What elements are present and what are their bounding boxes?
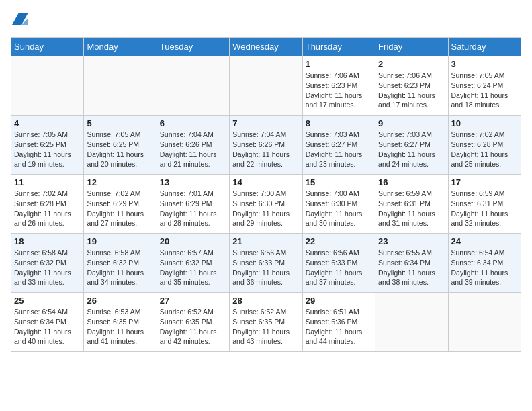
page-header — [11, 11, 521, 30]
calendar-day-header: Friday — [375, 38, 448, 56]
calendar-day-cell: 1Sunrise: 7:06 AM Sunset: 6:23 PM Daylig… — [302, 56, 375, 116]
day-number: 25 — [14, 295, 81, 306]
calendar-week-row: 1Sunrise: 7:06 AM Sunset: 6:23 PM Daylig… — [11, 56, 521, 116]
day-info: Sunrise: 6:58 AM Sunset: 6:32 PM Dayligh… — [87, 248, 153, 287]
day-info: Sunrise: 7:05 AM Sunset: 6:24 PM Dayligh… — [451, 71, 518, 110]
calendar-day-cell: 10Sunrise: 7:02 AM Sunset: 6:28 PM Dayli… — [448, 116, 521, 175]
day-info: Sunrise: 7:06 AM Sunset: 6:23 PM Dayligh… — [378, 71, 445, 110]
day-number: 20 — [160, 236, 226, 246]
day-info: Sunrise: 6:54 AM Sunset: 6:34 PM Dayligh… — [14, 307, 81, 347]
calendar-day-cell: 20Sunrise: 6:57 AM Sunset: 6:32 PM Dayli… — [157, 234, 229, 293]
day-number: 7 — [232, 118, 299, 128]
calendar-week-row: 4Sunrise: 7:05 AM Sunset: 6:25 PM Daylig… — [11, 116, 521, 175]
calendar-day-cell: 23Sunrise: 6:55 AM Sunset: 6:34 PM Dayli… — [375, 234, 448, 293]
day-info: Sunrise: 7:05 AM Sunset: 6:25 PM Dayligh… — [87, 130, 153, 169]
day-info: Sunrise: 7:04 AM Sunset: 6:26 PM Dayligh… — [232, 130, 299, 169]
calendar-day-header: Monday — [84, 38, 157, 56]
calendar-day-cell: 3Sunrise: 7:05 AM Sunset: 6:24 PM Daylig… — [448, 56, 521, 116]
day-number: 18 — [14, 236, 81, 246]
calendar-day-header: Sunday — [11, 38, 84, 56]
day-info: Sunrise: 7:06 AM Sunset: 6:23 PM Dayligh… — [306, 71, 372, 110]
day-number: 19 — [87, 236, 153, 246]
calendar-day-cell: 26Sunrise: 6:53 AM Sunset: 6:35 PM Dayli… — [84, 293, 157, 352]
calendar-day-cell: 17Sunrise: 6:59 AM Sunset: 6:31 PM Dayli… — [448, 175, 521, 234]
day-number: 9 — [378, 118, 445, 128]
calendar-table: SundayMondayTuesdayWednesdayThursdayFrid… — [11, 37, 521, 352]
day-info: Sunrise: 6:53 AM Sunset: 6:35 PM Dayligh… — [87, 307, 153, 347]
calendar-day-cell: 11Sunrise: 7:02 AM Sunset: 6:28 PM Dayli… — [11, 175, 84, 234]
calendar-day-cell — [84, 56, 157, 116]
day-number: 27 — [160, 295, 226, 306]
calendar-day-cell: 12Sunrise: 7:02 AM Sunset: 6:29 PM Dayli… — [84, 175, 157, 234]
logo-icon — [12, 11, 28, 27]
day-info: Sunrise: 6:51 AM Sunset: 6:36 PM Dayligh… — [306, 307, 372, 347]
calendar-day-cell: 14Sunrise: 7:00 AM Sunset: 6:30 PM Dayli… — [230, 175, 302, 234]
day-info: Sunrise: 7:02 AM Sunset: 6:28 PM Dayligh… — [14, 189, 81, 228]
day-info: Sunrise: 6:55 AM Sunset: 6:34 PM Dayligh… — [378, 248, 445, 287]
day-number: 21 — [232, 236, 299, 246]
day-number: 26 — [87, 295, 153, 306]
calendar-day-cell — [230, 56, 302, 116]
calendar-day-cell: 28Sunrise: 6:52 AM Sunset: 6:35 PM Dayli… — [230, 293, 302, 352]
day-info: Sunrise: 7:00 AM Sunset: 6:30 PM Dayligh… — [306, 189, 372, 228]
day-number: 8 — [306, 118, 372, 128]
day-number: 1 — [306, 59, 372, 69]
calendar-day-cell: 13Sunrise: 7:01 AM Sunset: 6:29 PM Dayli… — [157, 175, 229, 234]
calendar-day-cell: 29Sunrise: 6:51 AM Sunset: 6:36 PM Dayli… — [302, 293, 375, 352]
day-info: Sunrise: 6:52 AM Sunset: 6:35 PM Dayligh… — [232, 307, 299, 347]
day-info: Sunrise: 6:52 AM Sunset: 6:35 PM Dayligh… — [160, 307, 226, 347]
day-number: 29 — [306, 295, 372, 306]
day-number: 10 — [451, 118, 518, 128]
calendar-day-cell: 24Sunrise: 6:54 AM Sunset: 6:34 PM Dayli… — [448, 234, 521, 293]
calendar-day-header: Saturday — [448, 38, 521, 56]
calendar-day-cell: 25Sunrise: 6:54 AM Sunset: 6:34 PM Dayli… — [11, 293, 84, 352]
day-number: 24 — [451, 236, 518, 246]
calendar-day-cell: 8Sunrise: 7:03 AM Sunset: 6:27 PM Daylig… — [302, 116, 375, 175]
calendar-week-row: 18Sunrise: 6:58 AM Sunset: 6:32 PM Dayli… — [11, 234, 521, 293]
calendar-day-cell: 16Sunrise: 6:59 AM Sunset: 6:31 PM Dayli… — [375, 175, 448, 234]
day-info: Sunrise: 6:57 AM Sunset: 6:32 PM Dayligh… — [160, 248, 226, 287]
day-info: Sunrise: 7:00 AM Sunset: 6:30 PM Dayligh… — [232, 189, 299, 228]
calendar-day-cell — [157, 56, 229, 116]
day-number: 12 — [87, 177, 153, 187]
day-number: 14 — [232, 177, 299, 187]
day-number: 6 — [160, 118, 226, 128]
day-number: 17 — [451, 177, 518, 187]
day-info: Sunrise: 6:59 AM Sunset: 6:31 PM Dayligh… — [378, 189, 445, 228]
logo — [11, 11, 28, 30]
calendar-day-header: Wednesday — [230, 38, 302, 56]
day-info: Sunrise: 6:58 AM Sunset: 6:32 PM Dayligh… — [14, 248, 81, 287]
calendar-day-cell: 5Sunrise: 7:05 AM Sunset: 6:25 PM Daylig… — [84, 116, 157, 175]
calendar-day-header: Thursday — [302, 38, 375, 56]
day-number: 15 — [306, 177, 372, 187]
day-info: Sunrise: 7:02 AM Sunset: 6:29 PM Dayligh… — [87, 189, 153, 228]
day-number: 3 — [451, 59, 518, 69]
day-number: 13 — [160, 177, 226, 187]
calendar-day-cell: 27Sunrise: 6:52 AM Sunset: 6:35 PM Dayli… — [157, 293, 229, 352]
calendar-day-cell: 18Sunrise: 6:58 AM Sunset: 6:32 PM Dayli… — [11, 234, 84, 293]
day-number: 4 — [14, 118, 81, 128]
day-number: 23 — [378, 236, 445, 246]
calendar-day-header: Tuesday — [157, 38, 229, 56]
day-info: Sunrise: 7:03 AM Sunset: 6:27 PM Dayligh… — [378, 130, 445, 169]
day-info: Sunrise: 6:56 AM Sunset: 6:33 PM Dayligh… — [232, 248, 299, 287]
calendar-day-cell: 7Sunrise: 7:04 AM Sunset: 6:26 PM Daylig… — [230, 116, 302, 175]
calendar-day-cell — [375, 293, 448, 352]
calendar-day-cell — [448, 293, 521, 352]
day-number: 16 — [378, 177, 445, 187]
day-info: Sunrise: 7:04 AM Sunset: 6:26 PM Dayligh… — [160, 130, 226, 169]
day-info: Sunrise: 6:59 AM Sunset: 6:31 PM Dayligh… — [451, 189, 518, 228]
calendar-day-cell: 19Sunrise: 6:58 AM Sunset: 6:32 PM Dayli… — [84, 234, 157, 293]
day-number: 2 — [378, 59, 445, 69]
day-info: Sunrise: 7:01 AM Sunset: 6:29 PM Dayligh… — [160, 189, 226, 228]
calendar-week-row: 11Sunrise: 7:02 AM Sunset: 6:28 PM Dayli… — [11, 175, 521, 234]
calendar-day-cell: 21Sunrise: 6:56 AM Sunset: 6:33 PM Dayli… — [230, 234, 302, 293]
calendar-day-cell — [11, 56, 84, 116]
day-info: Sunrise: 7:03 AM Sunset: 6:27 PM Dayligh… — [306, 130, 372, 169]
calendar-day-cell: 15Sunrise: 7:00 AM Sunset: 6:30 PM Dayli… — [302, 175, 375, 234]
day-info: Sunrise: 6:56 AM Sunset: 6:33 PM Dayligh… — [306, 248, 372, 287]
calendar-day-cell: 6Sunrise: 7:04 AM Sunset: 6:26 PM Daylig… — [157, 116, 229, 175]
calendar-header-row: SundayMondayTuesdayWednesdayThursdayFrid… — [11, 38, 521, 56]
calendar-day-cell: 4Sunrise: 7:05 AM Sunset: 6:25 PM Daylig… — [11, 116, 84, 175]
calendar-day-cell: 2Sunrise: 7:06 AM Sunset: 6:23 PM Daylig… — [375, 56, 448, 116]
